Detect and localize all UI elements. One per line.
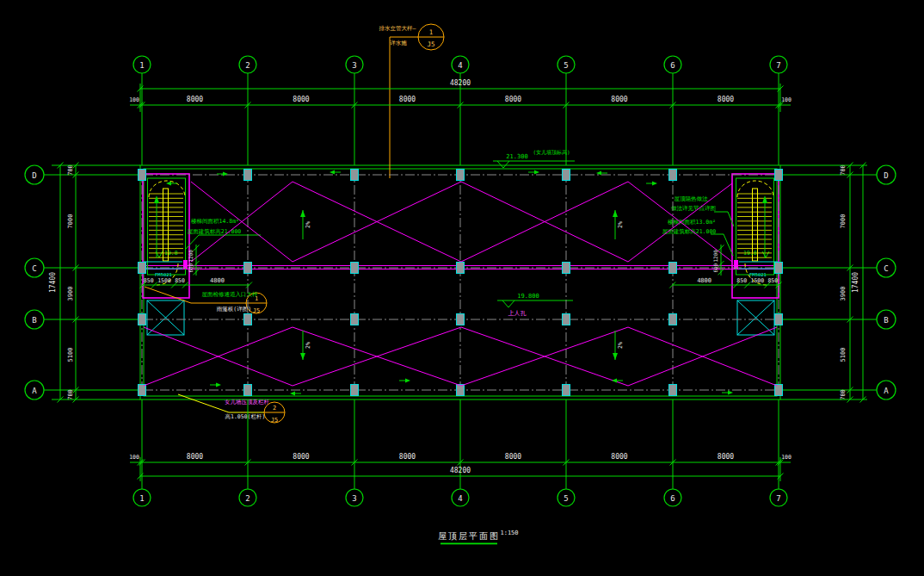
axis-number: 2 — [245, 61, 249, 70]
dim-label: 48200 — [450, 79, 471, 87]
column — [669, 314, 677, 325]
axis-number: 3 — [352, 61, 356, 70]
axis-number: 4 — [458, 61, 462, 70]
callout-parapet-rail: 2 J5 女儿墙压顶及栏杆 高1.050(栏杆) — [178, 394, 285, 424]
parapet-elevation-value: 21.300 — [506, 153, 527, 160]
slope-arrow — [613, 210, 618, 217]
ridge-line — [191, 182, 732, 262]
axis-number: 5 — [564, 61, 568, 70]
column — [669, 170, 677, 181]
dim-label: 1500 — [157, 277, 171, 284]
dim-label: 4800 — [210, 277, 225, 284]
axis-number: 3 — [352, 494, 356, 503]
slope-label: 2% — [617, 221, 624, 228]
callout-number: 1 — [429, 28, 434, 36]
note-line: 楼梯间面积14.8m² — [191, 218, 239, 225]
parapet-elevation-note: (女儿墙顶标高) — [533, 149, 570, 156]
dim-label: 8000 — [399, 96, 416, 103]
callout-note: 高1.050(栏杆) — [225, 413, 266, 420]
dim-label: 8000 — [399, 453, 416, 461]
dim-label: 600 — [713, 263, 719, 272]
dim-label: 1200 — [713, 250, 719, 263]
axis-number: 6 — [670, 61, 675, 70]
callout-sheet: J5 — [427, 40, 434, 48]
callout-sheet: J5 — [271, 417, 278, 424]
flight-arrow — [762, 195, 767, 203]
axis-number: 7 — [776, 61, 780, 70]
axis-letter: C — [884, 264, 888, 273]
dim-label: 7000 — [840, 214, 847, 229]
slope-arrow — [613, 353, 618, 360]
column — [139, 385, 146, 396]
dim-label: 700 — [67, 164, 74, 176]
mini-slope-arrow — [330, 170, 341, 175]
dim-label: 7000 — [67, 214, 74, 229]
dim-label: 100 — [129, 96, 139, 103]
dim-label: 8000 — [611, 96, 627, 103]
note-line: 楼梯间面积13.0m² — [668, 219, 716, 226]
stair-handrail — [148, 178, 186, 275]
mini-slope-arrow — [399, 379, 410, 383]
axis-number: 1 — [139, 494, 144, 503]
axis-number: 4 — [458, 494, 462, 503]
axis-number: 6 — [670, 494, 675, 503]
axis-letter: C — [32, 264, 36, 273]
roof-hatch-note: 上人孔 — [508, 310, 527, 317]
column — [351, 170, 359, 181]
dim-label: 5100 — [840, 348, 847, 362]
axis-number: 7 — [776, 494, 780, 503]
dim-label: 8000 — [293, 96, 309, 103]
column — [775, 170, 783, 181]
column — [775, 263, 783, 274]
column — [244, 263, 252, 274]
column — [351, 314, 359, 325]
callout-note: 详水施 — [390, 40, 407, 46]
column — [139, 314, 146, 325]
dim-label: 850 — [736, 277, 747, 284]
dim-label: 8000 — [718, 453, 734, 461]
mini-slope-arrow — [290, 392, 301, 396]
dim-label: 8000 — [293, 453, 309, 461]
dim-label: 700 — [840, 389, 847, 400]
roof-elevation-value: 19.800 — [517, 293, 539, 300]
column — [775, 385, 783, 396]
dim-label: 17400 — [852, 272, 859, 293]
column — [244, 314, 252, 325]
dim-label: 100 — [781, 454, 792, 461]
axis-number: 1 — [139, 61, 144, 70]
column — [563, 385, 570, 396]
dim-label: 48200 — [450, 467, 471, 474]
column — [457, 314, 465, 325]
callout-note: 雨篷板(详图) — [217, 306, 251, 313]
callout-note: 屋面检修通道入口大样 — [202, 291, 259, 298]
callout-note: 排水立管大样— — [379, 25, 416, 32]
stair-handrail — [736, 178, 774, 275]
stair-note-left: 楼梯间面积14.8m² 屋面建筑标高21.000 — [186, 218, 261, 249]
column — [669, 263, 677, 274]
column — [244, 170, 252, 181]
dim-label: 8000 — [505, 453, 521, 461]
column — [563, 314, 570, 325]
callout-number: 2 — [273, 405, 276, 412]
dim-label: 1200 — [188, 250, 194, 263]
note-line: 做法详见节点详图 — [671, 205, 716, 212]
axis-letter: D — [32, 171, 36, 180]
dim-label: 100 — [129, 454, 139, 461]
column — [457, 263, 465, 274]
column — [669, 385, 677, 396]
axis-letter: B — [32, 316, 36, 325]
mini-slope-arrow — [166, 182, 177, 186]
dim-label: 850 — [144, 277, 154, 284]
drawing-scale: 1:150 — [500, 530, 518, 536]
dim-label: 8000 — [187, 96, 203, 103]
dim-label: 1500 — [750, 277, 764, 284]
dim-label: 100 — [781, 96, 792, 103]
column — [139, 263, 146, 274]
cad-viewport: 19.8 FM5021 19.8 FM5021 21.300 (女儿墙顶标高) … — [0, 0, 924, 576]
callout-sheet: J5 — [253, 307, 260, 314]
dim-label: 4800 — [697, 277, 711, 284]
dim-label: 8000 — [505, 96, 521, 103]
mini-slope-arrow — [722, 391, 733, 395]
column — [457, 385, 465, 396]
dim-label: 700 — [840, 164, 847, 176]
